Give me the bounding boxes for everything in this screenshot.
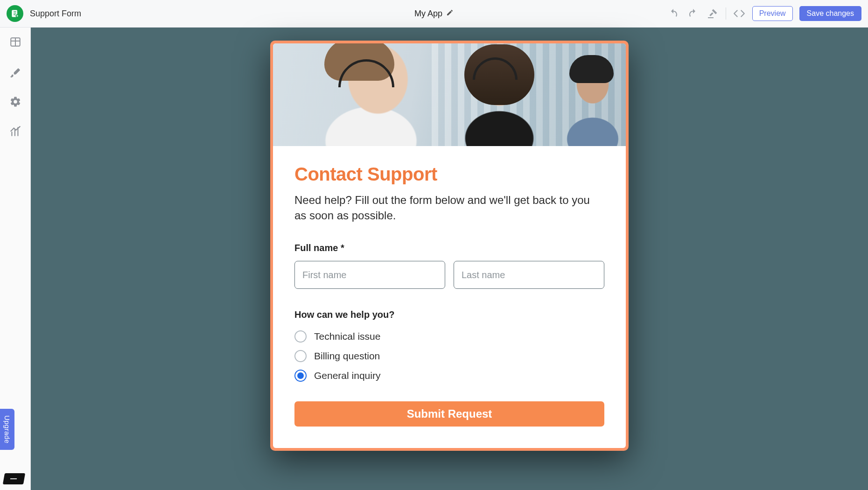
- help-label: How can we help you?: [294, 309, 604, 320]
- radio-option-0[interactable]: Technical issue: [294, 330, 604, 343]
- preview-button[interactable]: Preview: [752, 6, 793, 21]
- upgrade-tab[interactable]: Upgrade: [0, 409, 14, 450]
- topbar: Support Form My App Preview Save changes: [0, 0, 868, 28]
- radio-circle-icon: [294, 330, 307, 343]
- brush-icon[interactable]: [9, 66, 21, 80]
- page-title: Support Form: [30, 9, 81, 19]
- radio-circle-icon: [294, 370, 307, 382]
- table-icon[interactable]: [9, 36, 21, 50]
- last-name-input[interactable]: [454, 261, 604, 289]
- app-logo[interactable]: [7, 5, 23, 22]
- hero-image: [273, 43, 626, 146]
- form-card[interactable]: Contact Support Need help? Fill out the …: [270, 41, 629, 451]
- app-name-group: My App: [414, 9, 454, 19]
- fullname-label: Full name *: [294, 243, 604, 253]
- redo-icon[interactable]: [686, 7, 700, 20]
- radio-label: Technical issue: [314, 331, 380, 342]
- app-name: My App: [414, 9, 442, 19]
- form-title: Contact Support: [294, 164, 604, 185]
- radio-option-2[interactable]: General inquiry: [294, 370, 604, 382]
- radio-option-1[interactable]: Billing question: [294, 350, 604, 362]
- undo-icon[interactable]: [667, 7, 680, 20]
- save-button[interactable]: Save changes: [799, 6, 861, 21]
- radio-label: Billing question: [314, 350, 380, 362]
- corner-badge[interactable]: [3, 473, 25, 484]
- canvas-stage: Contact Support Need help? Fill out the …: [31, 28, 868, 490]
- gavel-icon[interactable]: [706, 7, 719, 20]
- radio-circle-icon: [294, 350, 307, 362]
- code-icon[interactable]: [733, 7, 746, 20]
- form-subtitle: Need help? Fill out the form below and w…: [294, 192, 604, 223]
- divider: [726, 7, 726, 20]
- help-radio-group: Technical issueBilling questionGeneral i…: [294, 330, 604, 382]
- analytics-icon[interactable]: [9, 126, 21, 140]
- submit-button[interactable]: Submit Request: [294, 401, 604, 427]
- radio-label: General inquiry: [314, 370, 380, 381]
- edit-app-name-icon[interactable]: [446, 9, 454, 18]
- first-name-input[interactable]: [294, 261, 445, 289]
- topbar-actions: Preview Save changes: [667, 6, 861, 21]
- gear-icon[interactable]: [9, 96, 21, 110]
